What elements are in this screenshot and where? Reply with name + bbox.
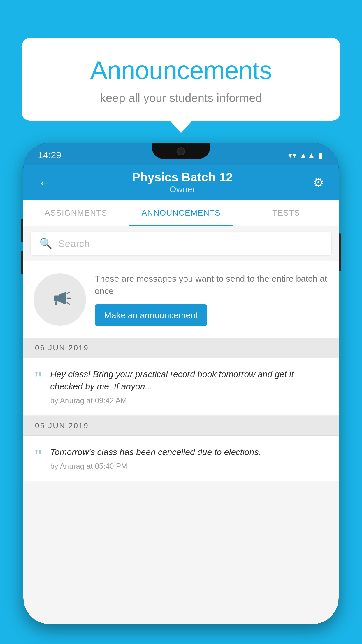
announcement-description: These are messages you want to send to t…	[95, 273, 328, 297]
page-subtitle: keep all your students informed	[39, 92, 323, 105]
announcement-right: These are messages you want to send to t…	[95, 273, 328, 326]
status-icons: ▾▾ ▲▲ ▮	[288, 150, 323, 160]
speech-bubble-section: Announcements keep all your students inf…	[22, 38, 340, 121]
megaphone-icon	[47, 286, 73, 313]
phone-notch	[152, 143, 210, 159]
announcement-meta-2: by Anurag at 05:40 PM	[50, 462, 328, 471]
user-role: Owner	[55, 184, 310, 194]
page-title: Announcements	[39, 55, 323, 85]
tab-assignments[interactable]: ASSIGNMENTS	[23, 200, 129, 226]
camera-lens	[177, 147, 185, 155]
announcement-text-col-2: Tomorrow's class has been cancelled due …	[50, 446, 328, 471]
svg-rect-0	[54, 295, 59, 301]
batch-title: Physics Batch 12	[55, 170, 310, 184]
date-separator-2: 05 JUN 2019	[23, 416, 339, 436]
svg-rect-4	[55, 301, 57, 305]
announcement-text-col: Hey class! Bring your practical record b…	[50, 368, 328, 405]
phone-mockup: 14:29 ▾▾ ▲▲ ▮ ← Physics Batch 12 Owner ⚙…	[23, 143, 339, 644]
back-button[interactable]: ←	[35, 172, 55, 193]
svg-line-1	[67, 292, 70, 293]
date-separator-1: 06 JUN 2019	[23, 338, 339, 358]
settings-button[interactable]: ⚙	[310, 172, 327, 193]
app-bar: ← Physics Batch 12 Owner ⚙	[23, 165, 339, 200]
search-bar[interactable]: 🔍 Search	[31, 232, 331, 255]
announcement-item-1: " Hey class! Bring your practical record…	[23, 358, 339, 416]
battery-icon: ▮	[318, 150, 323, 160]
announcement-message-2: Tomorrow's class has been cancelled due …	[50, 446, 328, 458]
speech-bubble-card: Announcements keep all your students inf…	[22, 38, 340, 121]
status-time: 14:29	[38, 150, 61, 161]
make-announcement-button[interactable]: Make an announcement	[95, 304, 207, 326]
tabs-bar: ASSIGNMENTS ANNOUNCEMENTS TESTS	[23, 200, 339, 226]
quote-icon-2: "	[34, 447, 43, 464]
announcement-meta-1: by Anurag at 09:42 AM	[50, 396, 328, 405]
announcement-prompt-card: These are messages you want to send to t…	[23, 261, 339, 338]
tab-tests[interactable]: TESTS	[233, 200, 339, 226]
announcement-message-1: Hey class! Bring your practical record b…	[50, 368, 328, 393]
app-bar-center: Physics Batch 12 Owner	[55, 170, 310, 194]
signal-icon: ▲▲	[299, 151, 315, 160]
phone-frame: 14:29 ▾▾ ▲▲ ▮ ← Physics Batch 12 Owner ⚙…	[23, 143, 339, 624]
phone-content: 🔍 Search These are messages you	[23, 226, 339, 624]
search-placeholder: Search	[58, 238, 90, 249]
wifi-icon: ▾▾	[288, 150, 296, 160]
search-icon: 🔍	[39, 237, 52, 250]
megaphone-circle	[34, 273, 86, 326]
tab-announcements[interactable]: ANNOUNCEMENTS	[129, 200, 234, 226]
quote-icon: "	[34, 370, 43, 386]
svg-line-3	[67, 302, 70, 304]
announcement-item-2: " Tomorrow's class has been cancelled du…	[23, 436, 339, 481]
